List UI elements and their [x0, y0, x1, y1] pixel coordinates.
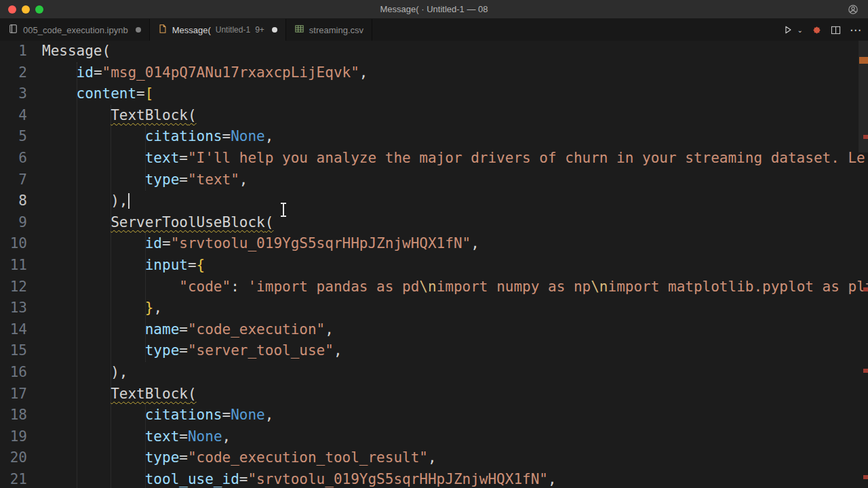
- line-number: 15: [0, 340, 27, 362]
- code-line[interactable]: type="text",: [42, 169, 868, 191]
- line-number: 3: [0, 83, 27, 105]
- code-token: =: [94, 64, 102, 81]
- code-token: =: [179, 428, 188, 445]
- code-area[interactable]: Message( id="msg_014pQ7ANu17rxaxcpLijEqv…: [42, 41, 868, 488]
- overview-ruler-mark: [863, 135, 868, 139]
- code-token: Message: [42, 43, 102, 59]
- line-number-gutter: 123456789101112131415161718192021: [0, 41, 42, 488]
- tab-untitled-1[interactable]: Message( Untitled-1 9+: [150, 19, 286, 41]
- starburst-icon[interactable]: [812, 25, 822, 35]
- tab-005-code-execution-ipynb[interactable]: 005_code_execution.ipynb: [0, 19, 150, 41]
- split-editor-icon[interactable]: [831, 25, 841, 35]
- line-number: 5: [0, 126, 27, 148]
- run-button[interactable]: [783, 25, 793, 35]
- code-token: content: [77, 85, 137, 102]
- code-token: id: [145, 235, 162, 251]
- line-number: 2: [0, 62, 27, 84]
- code-token: TextBlock: [111, 107, 188, 123]
- code-token: }: [145, 300, 154, 316]
- code-token: =: [179, 150, 188, 166]
- code-line[interactable]: Message(: [42, 41, 868, 62]
- line-number: 19: [0, 426, 27, 448]
- code-line[interactable]: content=[: [42, 83, 868, 105]
- editor-actions: ⌄ ⋯: [783, 19, 861, 41]
- file-icon: [158, 24, 167, 36]
- code-line[interactable]: text=None,: [42, 426, 868, 448]
- editor[interactable]: 123456789101112131415161718192021 Messag…: [0, 41, 868, 488]
- code-line[interactable]: type="server_tool_use",: [42, 340, 868, 362]
- code-line[interactable]: input={: [42, 255, 868, 277]
- code-token: =: [179, 342, 188, 359]
- code-token: TextBlock: [111, 386, 188, 402]
- code-token: None: [188, 428, 222, 445]
- code-token: None: [231, 407, 265, 423]
- modified-dot[interactable]: [136, 27, 141, 33]
- code-token: "code_execution_tool_result": [188, 449, 428, 466]
- code-token: (: [188, 386, 197, 402]
- code-token: "code": [179, 279, 231, 295]
- code-line[interactable]: ServerToolUseBlock(: [42, 212, 868, 234]
- tab-bar: 005_code_execution.ipynb Message( Untitl…: [0, 19, 868, 41]
- account-icon[interactable]: [848, 4, 859, 18]
- line-number: 6: [0, 148, 27, 169]
- ellipsis-icon[interactable]: ⋯: [850, 24, 861, 36]
- text-caret: [128, 193, 130, 209]
- code-line[interactable]: tool_use_id="srvtoolu_019YgS5sqrHHpJZnjw…: [42, 469, 868, 488]
- code-line[interactable]: type="code_execution_tool_result",: [42, 447, 868, 469]
- code-token: text: [145, 150, 180, 166]
- code-token: "I'll help you analyze the major drivers…: [188, 150, 865, 166]
- modified-dot[interactable]: [272, 27, 277, 33]
- code-token: \n: [591, 279, 608, 295]
- code-token: "server_tool_use": [188, 342, 334, 359]
- code-token: (: [265, 214, 274, 230]
- line-number: 14: [0, 319, 27, 341]
- line-number: 11: [0, 255, 27, 277]
- code-token: type: [145, 342, 180, 359]
- code-token: ,: [222, 428, 231, 445]
- tab-label: streaming.csv: [309, 25, 363, 35]
- code-token: input: [145, 257, 188, 273]
- code-token: ,: [265, 128, 274, 144]
- code-line[interactable]: TextBlock(: [42, 105, 868, 127]
- chevron-down-icon[interactable]: ⌄: [797, 26, 803, 34]
- code-token: =: [136, 85, 145, 102]
- code-token: ),: [111, 192, 127, 209]
- code-token: =: [179, 449, 188, 466]
- code-line[interactable]: citations=None,: [42, 126, 868, 148]
- code-token: id: [77, 64, 94, 81]
- code-line[interactable]: text="I'll help you analyze the major dr…: [42, 148, 868, 169]
- code-line[interactable]: id="msg_014pQ7ANu17rxaxcpLijEqvk",: [42, 62, 868, 84]
- window-title-bar: Message( · Untitled-1 — 08: [0, 0, 868, 19]
- code-token: tool_use_id: [145, 471, 239, 487]
- code-token: "srvtoolu_019YgS5sqrHHpJZnjwHQX1fN": [171, 235, 471, 251]
- code-line[interactable]: citations=None,: [42, 405, 868, 426]
- line-number: 18: [0, 405, 27, 426]
- code-line[interactable]: ),: [42, 190, 868, 212]
- code-token: 'import pandas as pd: [248, 279, 419, 295]
- tab-label: Message(: [172, 25, 211, 35]
- tab-streaming-csv[interactable]: streaming.csv: [286, 19, 372, 41]
- line-number: 12: [0, 277, 27, 298]
- line-number: 13: [0, 298, 27, 319]
- code-token: [: [145, 85, 154, 102]
- overview-ruler-mark: [863, 369, 868, 373]
- code-line[interactable]: "code": 'import pandas as pd\nimport num…: [42, 277, 868, 298]
- code-token: ,: [325, 321, 334, 338]
- line-number: 4: [0, 105, 27, 127]
- code-token: =: [222, 128, 231, 144]
- code-line[interactable]: ),: [42, 362, 868, 384]
- code-token: type: [145, 171, 180, 188]
- code-token: ,: [428, 449, 437, 466]
- code-token: =: [222, 407, 231, 423]
- code-line[interactable]: TextBlock(: [42, 384, 868, 405]
- code-token: (: [188, 107, 197, 123]
- notebook-icon: [8, 24, 18, 36]
- code-token: name: [145, 321, 180, 338]
- code-line[interactable]: id="srvtoolu_019YgS5sqrHHpJZnjwHQX1fN",: [42, 233, 868, 255]
- code-line[interactable]: },: [42, 298, 868, 319]
- code-token: ,: [153, 300, 162, 316]
- scrollbar-overview-ruler[interactable]: [859, 41, 868, 488]
- code-line[interactable]: name="code_execution",: [42, 319, 868, 341]
- code-token: ,: [548, 471, 557, 487]
- code-token: {: [197, 257, 205, 273]
